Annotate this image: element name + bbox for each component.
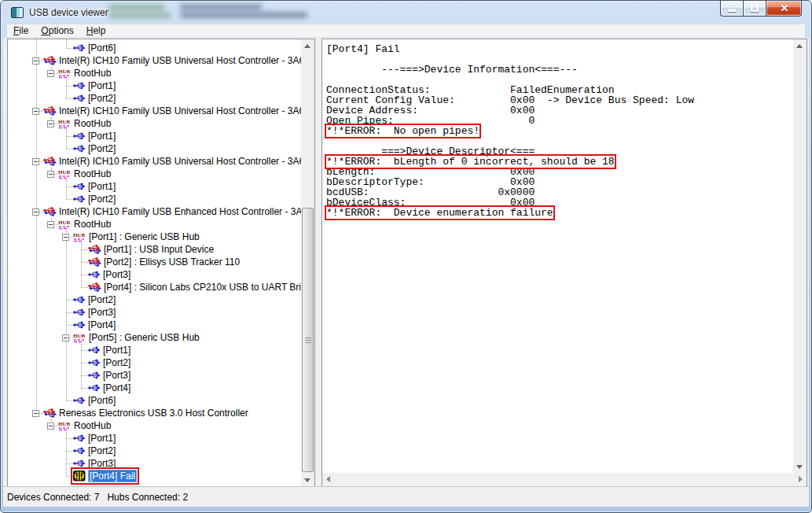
info-vertical-scrollbar[interactable] <box>793 39 806 473</box>
scroll-down-button[interactable] <box>793 459 806 473</box>
tree-item[interactable]: [Port1] <box>8 344 301 356</box>
tree-expander[interactable] <box>32 57 39 65</box>
tree-expander[interactable] <box>32 209 39 216</box>
scroll-right-button[interactable] <box>793 473 806 486</box>
tree-expander[interactable] <box>62 234 69 241</box>
tree-item-content[interactable]: [Port3] <box>88 369 130 382</box>
menu-options[interactable]: Options <box>35 24 79 37</box>
redacted-text <box>108 5 165 10</box>
tree-item-content[interactable]: Renesas Electronics USB 3.0 Host Control… <box>43 407 248 419</box>
tree-item[interactable]: HUBRootHub <box>8 67 301 79</box>
tree-item[interactable]: [Port2] <box>8 445 301 457</box>
tree-item-content[interactable]: HUB[Port1] : Generic USB Hub <box>73 231 200 243</box>
tree-item[interactable]: Intel(R) ICH10 Family USB Universal Host… <box>8 54 301 67</box>
tree-vertical-scrollbar[interactable] <box>301 39 314 486</box>
tree-item[interactable]: [Port6] <box>8 394 301 407</box>
tree-expander[interactable] <box>32 158 39 165</box>
tree-item-content[interactable]: [Port2] <box>88 356 130 369</box>
tree-item-content[interactable]: HUB[Port5] : Generic USB Hub <box>73 331 200 344</box>
minimize-button[interactable] <box>720 1 743 17</box>
tree-item[interactable]: Renesas Electronics USB 3.0 Host Control… <box>8 407 301 419</box>
tree-item-content[interactable]: [Port2] : Ellisys USB Tracker 110 <box>88 256 240 268</box>
scroll-up-button[interactable] <box>301 39 314 53</box>
tree-item-content[interactable]: HUBRootHub <box>58 419 111 432</box>
menu-help[interactable]: Help <box>80 24 112 37</box>
tree-item[interactable]: [Port3] <box>8 369 301 382</box>
tree-item-content[interactable]: Intel(R) ICH10 Family USB Universal Host… <box>43 54 301 67</box>
tree-item[interactable]: [Port1] <box>8 432 301 445</box>
scroll-left-button[interactable] <box>322 473 336 486</box>
tree-item[interactable]: [Port6] <box>8 42 301 54</box>
tree-expander[interactable] <box>47 423 54 430</box>
tree-item[interactable]: [Port3] <box>8 306 301 319</box>
tree-item[interactable]: [Port4] : Silicon Labs CP210x USB to UAR… <box>8 281 301 293</box>
tree-item-content[interactable]: [Port4] <box>73 319 116 331</box>
tree-item[interactable]: [Port4] Fail <box>8 470 301 482</box>
tree-item[interactable]: HUBRootHub <box>8 419 301 432</box>
tree-expander[interactable] <box>32 108 39 115</box>
tree-item-content[interactable]: [Port2] <box>73 445 116 457</box>
tree-expander[interactable] <box>47 171 54 178</box>
tree-item[interactable]: HUB[Port1] : Generic USB Hub <box>8 231 301 243</box>
tree-expander[interactable] <box>47 221 54 228</box>
tree-item[interactable]: [Port1] : USB Input Device <box>8 243 301 256</box>
tree-item-content[interactable]: [Port1] <box>73 79 116 92</box>
tree-item[interactable]: [Port3] <box>8 457 301 470</box>
scroll-down-button[interactable] <box>301 473 314 486</box>
tree-item-content[interactable]: [Port4] <box>88 382 130 394</box>
tree-item[interactable]: [Port2] <box>8 142 301 155</box>
tree-item[interactable]: [Port1] <box>8 79 301 92</box>
titlebar[interactable]: USB device viewer ✕ <box>1 1 811 24</box>
scroll-up-button[interactable] <box>793 39 806 53</box>
tree-item-content[interactable]: HUBRootHub <box>58 67 111 79</box>
tree-item-content[interactable]: [Port2] <box>73 142 116 155</box>
tree-item-content[interactable]: Intel(R) ICH10 Family USB Universal Host… <box>43 105 301 117</box>
close-button[interactable]: ✕ <box>766 1 802 17</box>
tree-item-content[interactable]: [Port1] <box>88 344 130 356</box>
tree-item-content[interactable]: [Port1] <box>73 180 116 193</box>
tree-item[interactable]: Intel(R) ICH10 Family USB Universal Host… <box>8 155 301 168</box>
tree-item[interactable]: [Port1] <box>8 130 301 142</box>
tree-item[interactable]: [Port2] <box>8 293 301 306</box>
tree-item[interactable]: [Port2] <box>8 356 301 369</box>
tree-item[interactable]: [Port2] : Ellisys USB Tracker 110 <box>8 256 301 268</box>
tree-item-content[interactable]: [Port6] <box>73 394 116 407</box>
tree-expander[interactable] <box>32 410 39 417</box>
tree-item[interactable]: HUBRootHub <box>8 218 301 231</box>
tree-item[interactable]: [Port2] <box>8 193 301 205</box>
tree-item-content[interactable]: [Port1] <box>73 432 116 445</box>
tree-item-content[interactable]: HUBRootHub <box>58 218 111 231</box>
tree-item[interactable]: [Port4] <box>8 382 301 394</box>
tree-item-content[interactable]: Intel(R) ICH10 Family USB Universal Host… <box>43 155 301 168</box>
tree-item-content[interactable]: HUBRootHub <box>58 168 111 180</box>
tree-item-content[interactable]: [Port3] <box>73 306 116 319</box>
tree-item[interactable]: HUBRootHub <box>8 168 301 180</box>
tree-item-content[interactable]: [Port3] <box>73 457 116 470</box>
tree-item-content[interactable]: [Port1] <box>73 130 116 142</box>
tree-item[interactable]: [Port3] <box>8 268 301 281</box>
tree-item[interactable]: [Port2] <box>8 92 301 105</box>
tree-expander[interactable] <box>47 120 54 127</box>
tree-item-content[interactable]: Intel(R) ICH10 Family USB Enhanced Host … <box>43 205 301 218</box>
tree-expander[interactable] <box>62 334 69 341</box>
tree-expander[interactable] <box>47 70 54 77</box>
tree-item-content[interactable]: HUBRootHub <box>58 117 111 130</box>
tree-item-content[interactable]: [Port3] <box>88 268 130 281</box>
tree-item-content[interactable]: [Port6] <box>73 42 116 54</box>
tree-item-content[interactable]: [Port4] : Silicon Labs CP210x USB to UAR… <box>88 281 301 293</box>
tree-item-content[interactable]: [Port2] <box>73 293 116 306</box>
tree-item[interactable]: HUB[Port5] : Generic USB Hub <box>8 331 301 344</box>
tree-item-content[interactable]: [Port1] : USB Input Device <box>88 243 214 256</box>
maximize-button[interactable] <box>743 1 766 17</box>
tree-item[interactable]: Intel(R) ICH10 Family USB Enhanced Host … <box>8 205 301 218</box>
scrollbar-thumb[interactable] <box>302 208 314 472</box>
tree-item[interactable]: Intel(R) ICH10 Family USB Universal Host… <box>8 105 301 117</box>
tree-item-selected[interactable]: [Port4] Fail <box>73 470 137 482</box>
tree-item-content[interactable]: [Port2] <box>73 92 116 105</box>
tree-item[interactable]: [Port1] <box>8 180 301 193</box>
tree-item[interactable]: HUBRootHub <box>8 117 301 130</box>
tree-item-content[interactable]: [Port2] <box>73 193 116 205</box>
menu-file[interactable]: File <box>7 24 35 37</box>
info-horizontal-scrollbar[interactable] <box>322 473 806 486</box>
tree-item[interactable]: [Port4] <box>8 319 301 331</box>
